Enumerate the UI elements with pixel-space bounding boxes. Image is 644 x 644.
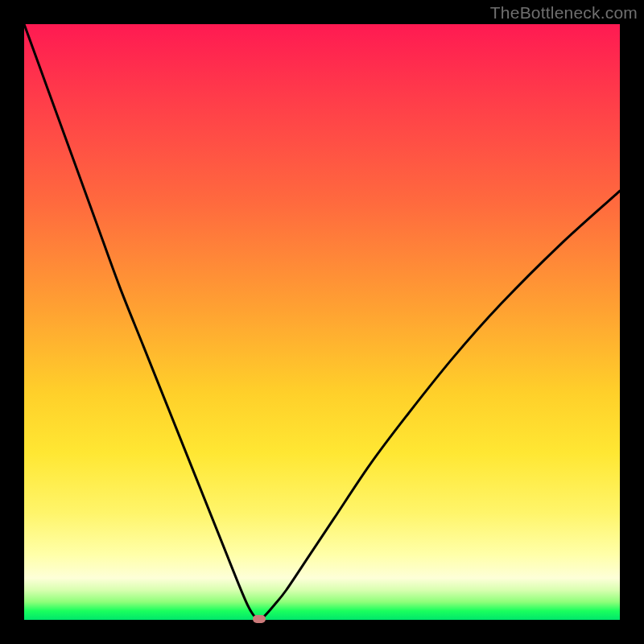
plot-area [24,24,620,620]
attribution-label: TheBottleneck.com [490,3,638,23]
chart-frame: TheBottleneck.com [0,0,644,644]
optimal-point-marker [253,615,266,623]
bottleneck-curve [24,24,620,620]
